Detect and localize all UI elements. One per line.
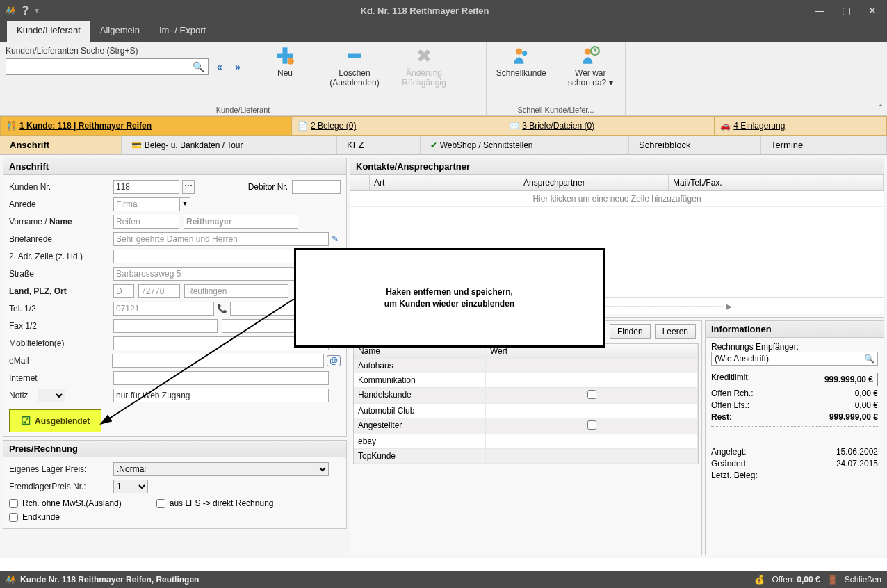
kunden-nr-lookup-icon[interactable]: ⋯ [182, 180, 195, 194]
werda-button[interactable]: Wer war schon da? ▾ [556, 43, 626, 88]
offen-rch-label: Offen Rch.: [711, 389, 753, 398]
empf-value[interactable]: (Wie Anschrift) 🔍 [711, 352, 878, 366]
close-app-button[interactable]: Schließen [845, 575, 881, 585]
ribbon-tab-allgemein[interactable]: Allgemein [90, 21, 149, 42]
fremd-select[interactable]: 1 [113, 480, 148, 493]
limit-value[interactable]: 999.999,00 € [795, 373, 878, 386]
mobil-label: Mobiltelefon(e) [9, 338, 113, 348]
tel1-input[interactable] [113, 302, 214, 316]
vorname-input[interactable] [113, 215, 179, 229]
zeile2-label: 2. Adr. Zeile (z. Hd.) [9, 252, 113, 261]
internet-input[interactable] [113, 371, 329, 385]
attr-row: Autohaus [354, 359, 698, 373]
new-button[interactable]: Neu [250, 43, 320, 78]
status-app-icon: 🧑‍🤝‍🧑 [6, 575, 16, 585]
attributes-panel: ▾ Finden Leeren Name Wert Autohaus Kommu… [350, 320, 702, 555]
find-button[interactable]: Finden [610, 324, 651, 339]
cb-endkunde[interactable]: Endkunde [9, 512, 341, 522]
nav-tab-kunde[interactable]: 🧑‍🤝‍🧑 1 Kunde: 118 | Reithmayer Reifen [1, 117, 292, 135]
nav-tab-einlagerung[interactable]: 🚗 4 Einlagerung [715, 117, 886, 135]
attributes-table: Name Wert Autohaus Kommunikation Handels… [353, 343, 699, 464]
debitor-label: Debitor Nr. [248, 182, 288, 192]
anrede-input[interactable] [113, 197, 179, 211]
geaendert-value: 24.07.2015 [836, 459, 878, 468]
notiz-label: Notiz [9, 389, 113, 402]
schnellkunde-button[interactable]: Schnellkunde [487, 43, 556, 78]
angelegt-value: 15.06.2002 [836, 447, 878, 457]
strasse-label: Straße [9, 269, 113, 279]
window-title: Kd. Nr. 118 Reithmayer Reifen [39, 6, 811, 16]
lookup-icon[interactable]: 🔍 [864, 354, 874, 364]
svg-point-6 [585, 49, 591, 55]
col-ansprechpartner[interactable]: Ansprechpartner [519, 175, 669, 190]
phone-icon[interactable]: 📞 [217, 304, 227, 313]
money-icon: 💰 [754, 575, 765, 585]
ribbon: Kunden/Lieferanten Suche (Strg+S) 🔍 « » … [0, 42, 887, 116]
subtab-schreibblock[interactable]: Schreibblock [629, 136, 761, 154]
col-mail[interactable]: Mail/Tel./Fax. [669, 175, 884, 190]
notiz-color-select[interactable] [38, 389, 65, 402]
fax1-input[interactable] [113, 319, 218, 333]
name-input[interactable] [184, 215, 298, 229]
kontakte-add-row[interactable]: Hier klicken um eine neue Zeile hinzuzuf… [350, 191, 884, 207]
subtab-termine[interactable]: Termine [761, 136, 887, 154]
kunden-nr-input[interactable] [113, 180, 179, 194]
attr-row: Kommunikation [354, 373, 698, 388]
delete-button[interactable]: Löschen (Ausblenden) [320, 43, 389, 88]
ribbon-tab-import-export[interactable]: Im- / Export [149, 21, 215, 42]
cb-lfs[interactable]: aus LFS -> direkt Rechnung [156, 498, 274, 508]
check-icon: ✔ [430, 140, 437, 150]
minimize-button[interactable]: — [811, 5, 829, 16]
attr-row: Angestellter [354, 418, 698, 434]
email-input[interactable] [112, 354, 325, 368]
vorname-label: Vorname / Name [9, 217, 113, 227]
sub-tabs: Anschrift 💳 Beleg- u. Bankdaten / Tour K… [0, 136, 887, 155]
undo-button: Änderung Rückgängig [389, 43, 459, 88]
offen-rch-value: 0,00 € [855, 389, 878, 398]
kontakte-header: Kontakte/Ansprechpartner [350, 158, 884, 175]
svg-rect-1 [277, 54, 293, 58]
prev-icon[interactable]: « [213, 61, 227, 72]
ribbon-group-label-1: Kunde/Lieferant [0, 104, 486, 115]
maximize-button[interactable]: ▢ [837, 5, 855, 16]
anrede-dropdown-icon[interactable]: ▾ [179, 197, 190, 211]
lager-label: Eigenes Lager Preis: [9, 464, 113, 474]
ort-input[interactable] [184, 284, 288, 298]
search-icon[interactable]: 🔍 [191, 61, 205, 72]
subtab-anschrift[interactable]: Anschrift [0, 136, 122, 154]
debitor-input[interactable] [292, 180, 341, 194]
lager-select[interactable]: .Normal [113, 462, 329, 476]
attr-row: TopKunde [354, 449, 698, 464]
nav-main-tabs: 🧑‍🤝‍🧑 1 Kunde: 118 | Reithmayer Reifen 📄… [0, 116, 887, 136]
cb-mwst[interactable]: Rch. ohne MwSt.(Ausland) [9, 498, 122, 508]
clear-button[interactable]: Leeren [655, 324, 696, 339]
ribbon-collapse-icon[interactable]: ⌃ [874, 42, 887, 115]
exit-icon: 🚪 [827, 575, 838, 585]
edit-icon[interactable]: ✎ [332, 234, 339, 244]
ausgeblendet-toggle[interactable]: ☑ Ausgeblendet [9, 409, 101, 432]
rest-value: 999.999,00 € [829, 412, 878, 422]
subtab-kfz[interactable]: KFZ [337, 136, 421, 154]
ribbon-group-label-2: Schnell Kunde/Liefer... [487, 104, 625, 115]
ribbon-tab-kunde[interactable]: Kunde/Lieferant [7, 21, 90, 42]
briefanrede-input[interactable] [113, 232, 329, 246]
mail-icon: ✉️ [509, 121, 519, 131]
col-art[interactable]: Art [370, 175, 519, 190]
notiz-input[interactable] [113, 389, 329, 402]
preis-panel: Preis/Rechnung Eigenes Lager Preis: .Nor… [3, 440, 347, 529]
nav-tab-briefe[interactable]: ✉️ 3 Briefe/Dateien (0) [503, 117, 715, 135]
help-icon[interactable]: ❔ [20, 6, 31, 15]
nav-tab-belege[interactable]: 📄 2 Belege (0) [292, 117, 503, 135]
close-button[interactable]: ✕ [863, 5, 881, 16]
status-bar: 🧑‍🤝‍🧑 Kunde Nr. 118 Reithmayer Reifen, R… [0, 571, 887, 588]
limit-label: Kreditlimit: [711, 373, 750, 386]
search-input[interactable] [9, 62, 191, 72]
empf-label: Rechnungs Empfänger: [711, 342, 878, 352]
next-icon[interactable]: » [231, 61, 245, 72]
subtab-beleg[interactable]: 💳 Beleg- u. Bankdaten / Tour [122, 136, 337, 154]
subtab-webshop[interactable]: ✔ WebShop / Schnittstellen [421, 136, 629, 154]
plz-input[interactable] [138, 284, 180, 298]
land-input[interactable] [113, 284, 134, 298]
geaendert-label: Geändert: [711, 459, 748, 468]
at-icon[interactable]: @ [327, 355, 341, 366]
